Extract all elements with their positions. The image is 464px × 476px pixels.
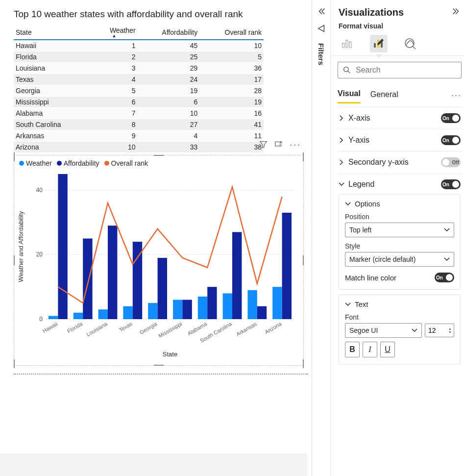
spin-up-icon[interactable]: ▲ <box>448 327 452 330</box>
subcard-options[interactable]: Options <box>345 200 454 208</box>
tab-general[interactable]: General <box>370 88 398 103</box>
table-row[interactable]: Arizona103338 <box>14 142 264 153</box>
svg-text:Alabama: Alabama <box>187 321 208 337</box>
more-options-icon[interactable]: ··· <box>290 140 301 150</box>
pane-title: Visualizations <box>339 7 404 18</box>
subcard-text[interactable]: Text <box>345 300 454 308</box>
svg-rect-41 <box>349 42 351 48</box>
svg-text:20: 20 <box>36 251 43 258</box>
chart-legend: Weather Affordability Overall rank <box>14 155 303 167</box>
svg-text:Georgia: Georgia <box>139 321 159 335</box>
svg-rect-10 <box>83 239 92 319</box>
label-font: Font <box>345 313 454 321</box>
card-yaxis[interactable]: Y-axis On <box>339 135 461 145</box>
chevron-down-icon <box>444 227 450 233</box>
svg-text:40: 40 <box>36 187 43 194</box>
combo-chart: 02040HawaiiFloridaLouisianaTexasGeorgiaM… <box>14 167 303 359</box>
chevron-right-icon <box>339 115 344 121</box>
table-row[interactable]: Mississippi6619 <box>14 97 264 108</box>
card-legend[interactable]: Legend On <box>339 179 461 189</box>
search-icon <box>343 66 351 74</box>
svg-text:Arizona: Arizona <box>264 321 283 335</box>
bookmark-icon[interactable] <box>317 24 326 34</box>
analytics-tab[interactable] <box>401 35 419 52</box>
status-bar <box>0 453 307 476</box>
collapse-filters-icon[interactable] <box>317 7 326 17</box>
svg-rect-7 <box>49 316 58 319</box>
font-size-input[interactable]: ▲▼ <box>425 324 454 337</box>
card-secondary-yaxis[interactable]: Secondary y-axis Off <box>339 157 461 167</box>
col-weather[interactable]: Weather ▲ <box>91 24 138 40</box>
chevron-down-icon <box>412 327 417 333</box>
label-position: Position <box>345 213 454 221</box>
svg-rect-0 <box>275 142 280 146</box>
filter-icon[interactable] <box>259 140 268 150</box>
chart-visual[interactable]: ··· Weather Affordability Overall rank 0… <box>14 155 304 366</box>
svg-rect-11 <box>98 309 108 319</box>
chevron-down-icon <box>444 256 450 262</box>
col-afford[interactable]: Affordability <box>138 24 200 40</box>
svg-rect-9 <box>73 313 83 319</box>
divider <box>14 374 308 375</box>
more-format-options[interactable]: ··· <box>451 90 462 100</box>
build-visual-tab[interactable] <box>339 35 356 52</box>
toggle-secondary-yaxis[interactable]: Off <box>441 157 461 167</box>
table-row[interactable]: Hawaii14510 <box>14 40 264 51</box>
svg-point-46 <box>344 67 349 72</box>
spin-down-icon[interactable]: ▼ <box>448 330 452 334</box>
svg-text:0: 0 <box>39 316 43 323</box>
table-row[interactable]: Texas42417 <box>14 74 264 85</box>
col-state[interactable]: State <box>14 24 91 40</box>
svg-text:Arkansas: Arkansas <box>235 321 258 337</box>
table-row[interactable]: Louisiana32936 <box>14 63 264 74</box>
chevron-down-icon <box>345 301 351 307</box>
label-style: Style <box>345 242 454 250</box>
search-input[interactable] <box>355 65 456 75</box>
svg-rect-24 <box>257 306 267 319</box>
underline-button[interactable]: U <box>380 342 395 357</box>
table-row[interactable]: South Carolina82741 <box>14 119 264 130</box>
toggle-xaxis[interactable]: On <box>441 113 461 123</box>
svg-rect-18 <box>182 300 192 319</box>
svg-rect-25 <box>272 287 282 319</box>
format-search[interactable] <box>338 62 462 78</box>
svg-rect-23 <box>247 290 257 319</box>
svg-rect-20 <box>207 287 217 319</box>
svg-text:State: State <box>163 351 177 358</box>
svg-text:Texas: Texas <box>118 321 133 333</box>
col-overall[interactable]: Overall rank <box>199 24 264 40</box>
table-row[interactable]: Alabama71016 <box>14 108 264 119</box>
select-position[interactable]: Top left <box>345 223 454 237</box>
tab-visual[interactable]: Visual <box>338 87 361 103</box>
format-visual-tab[interactable] <box>370 35 388 52</box>
toggle-match-line-color[interactable]: On <box>435 273 454 282</box>
table-row[interactable]: Georgia51928 <box>14 85 264 97</box>
report-title: Top 10 weather states with affordability… <box>14 9 308 20</box>
toggle-yaxis[interactable]: On <box>441 135 461 145</box>
card-xaxis[interactable]: X-axis On <box>339 113 461 123</box>
focus-mode-icon[interactable] <box>274 140 283 150</box>
visualizations-pane: Visualizations Format visual <box>330 0 464 476</box>
label-match-line-color: Match line color <box>345 274 396 282</box>
pane-subtitle: Format visual <box>339 22 461 30</box>
svg-rect-39 <box>342 43 344 48</box>
svg-rect-15 <box>148 303 157 319</box>
svg-text:Louisiana: Louisiana <box>85 321 109 337</box>
select-style[interactable]: Marker (circle default) <box>345 252 454 267</box>
svg-text:Weather and Affordability: Weather and Affordability <box>17 211 24 282</box>
italic-button[interactable]: I <box>363 342 377 357</box>
data-table: State Weather ▲ Affordability Overall ra… <box>14 24 264 153</box>
svg-rect-42 <box>374 43 376 48</box>
select-font[interactable]: Segoe UI <box>345 323 422 338</box>
svg-rect-40 <box>346 40 348 48</box>
table-row[interactable]: Florida2255 <box>14 51 264 63</box>
expand-pane-icon[interactable] <box>452 7 461 18</box>
svg-rect-22 <box>232 232 242 319</box>
svg-rect-17 <box>173 300 182 319</box>
filters-pane-label[interactable]: Filters <box>317 43 325 65</box>
svg-rect-26 <box>282 213 292 319</box>
table-row[interactable]: Arkansas9411 <box>14 130 264 142</box>
bold-button[interactable]: B <box>345 342 360 357</box>
toggle-legend[interactable]: On <box>441 179 461 189</box>
svg-text:Mississippi: Mississippi <box>157 321 183 339</box>
